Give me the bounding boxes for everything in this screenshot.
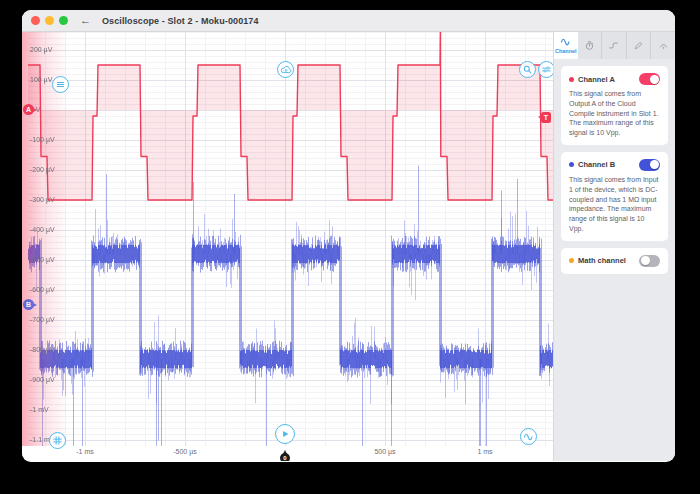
zoom-window-button[interactable] [59,16,68,25]
channel-b-color-dot [569,162,574,167]
y-axis-tick-label: -100 µV [30,136,55,143]
channel-a-name: Channel A [578,75,635,84]
back-button[interactable]: ← [80,15,91,26]
sidebar-tab-label: Channel [555,49,577,55]
channel-b-offset-marker[interactable]: B [23,299,36,310]
scope-canvas[interactable] [28,32,553,446]
x-axis-tick-label: -1 ms [76,448,94,455]
math-channel-toggle[interactable] [639,255,660,267]
magnifier-icon[interactable] [519,61,536,78]
y-axis-tick-label: -700 µV [30,316,55,323]
y-axis-tick-label: -500 µV [30,256,55,263]
y-axis-tick-label: -200 µV [30,166,55,173]
sidebar-tabs: Channel [554,32,675,59]
minimize-window-button[interactable] [45,16,54,25]
trigger-level-marker[interactable]: T [539,112,551,123]
channel-b-description: This signal comes from Input 1 of the de… [569,175,660,234]
channel-a-toggle[interactable] [639,73,660,85]
y-axis-tick-label: -600 µV [30,286,55,293]
close-window-button[interactable] [31,16,40,25]
sidebar-tab-stopwatch[interactable] [578,32,603,59]
y-axis-tick-label: -900 µV [30,376,55,383]
title-bar: ← Oscilloscope - Slot 2 - Moku-000174 [22,10,675,32]
x-axis-tick-label: 1 ms [477,448,492,455]
window-title: Oscilloscope - Slot 2 - Moku-000174 [102,16,259,26]
channel-b-name: Channel B [578,160,635,169]
trigger-time-badge[interactable]: 0 [280,453,290,461]
math-channel-card: Math channel [561,248,668,274]
grid-icon[interactable] [49,432,66,449]
channel-a-description: This signal comes from Output A of the C… [569,89,660,138]
y-axis-tick-label: 100 µV [30,76,52,83]
settings-sidebar: Channel Channel A This signal comes from… [553,32,675,461]
math-channel-color-dot [569,258,574,263]
channel-a-color-dot [569,77,574,82]
app-window: ← Oscilloscope - Slot 2 - Moku-000174 20… [22,10,675,462]
play-icon[interactable] [275,424,295,444]
sidebar-tab-channel[interactable]: Channel [554,32,578,59]
channel-a-card: Channel A This signal comes from Output … [561,66,668,145]
channel-b-toggle[interactable] [639,159,660,171]
x-axis-tick-label: 500 µs [374,448,395,455]
channel-b-card: Channel B This signal comes from Input 1… [561,152,668,241]
cloud-upload-icon[interactable] [277,61,294,78]
sidebar-tab-step-function[interactable] [602,32,627,59]
y-axis-tick-label: -400 µV [30,226,55,233]
x-axis-tick-label: -500 µs [173,448,197,455]
menu-icon[interactable] [52,76,69,93]
channel-a-offset-marker[interactable]: A [23,104,36,115]
y-axis-tick-label: -1 mV [30,406,49,413]
sliders-icon[interactable] [538,61,553,78]
sidebar-tab-probe[interactable] [651,32,675,59]
sine-icon[interactable] [520,428,537,445]
y-axis-tick-label: 200 µV [30,46,52,53]
y-axis-tick-label: -300 µV [30,196,55,203]
y-axis-tick-label: -800 µV [30,346,55,353]
math-channel-name: Math channel [578,256,635,265]
sidebar-tab-pencil[interactable] [627,32,652,59]
oscilloscope-plot: 200 µV100 µV0 V-100 µV-200 µV-300 µV-400… [22,32,553,461]
